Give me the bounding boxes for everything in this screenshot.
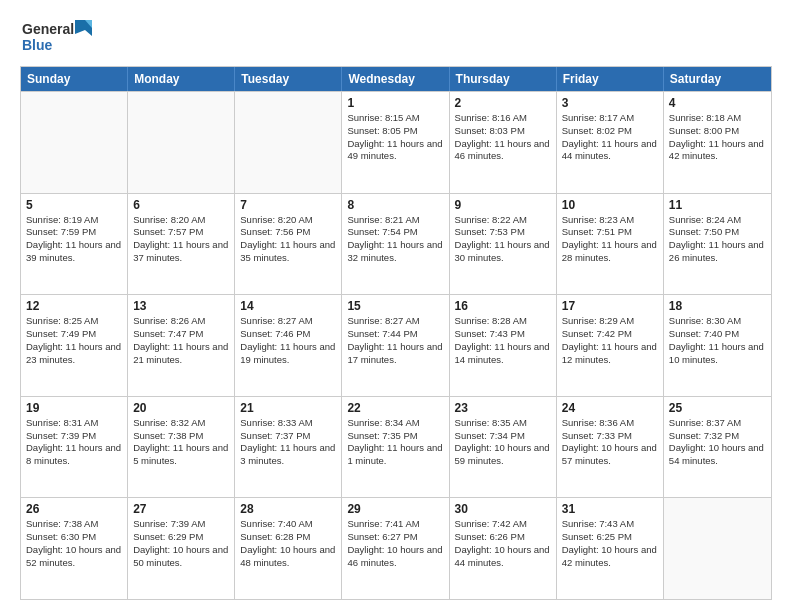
weekday-header: Saturday: [664, 67, 771, 91]
day-info: Sunrise: 8:27 AM Sunset: 7:46 PM Dayligh…: [240, 315, 336, 366]
day-info: Sunrise: 8:22 AM Sunset: 7:53 PM Dayligh…: [455, 214, 551, 265]
day-info: Sunrise: 8:27 AM Sunset: 7:44 PM Dayligh…: [347, 315, 443, 366]
calendar-day-cell: 21Sunrise: 8:33 AM Sunset: 7:37 PM Dayli…: [235, 397, 342, 498]
day-number: 8: [347, 198, 443, 212]
calendar-day-cell: 22Sunrise: 8:34 AM Sunset: 7:35 PM Dayli…: [342, 397, 449, 498]
calendar: SundayMondayTuesdayWednesdayThursdayFrid…: [20, 66, 772, 600]
day-info: Sunrise: 8:24 AM Sunset: 7:50 PM Dayligh…: [669, 214, 766, 265]
logo-svg: GeneralBlue: [20, 16, 100, 56]
weekday-header: Friday: [557, 67, 664, 91]
day-number: 22: [347, 401, 443, 415]
calendar-day-cell: 13Sunrise: 8:26 AM Sunset: 7:47 PM Dayli…: [128, 295, 235, 396]
day-info: Sunrise: 8:18 AM Sunset: 8:00 PM Dayligh…: [669, 112, 766, 163]
day-number: 29: [347, 502, 443, 516]
day-info: Sunrise: 8:33 AM Sunset: 7:37 PM Dayligh…: [240, 417, 336, 468]
day-number: 10: [562, 198, 658, 212]
calendar-day-cell: 31Sunrise: 7:43 AM Sunset: 6:25 PM Dayli…: [557, 498, 664, 599]
calendar-body: 1Sunrise: 8:15 AM Sunset: 8:05 PM Daylig…: [21, 91, 771, 599]
calendar-day-cell: 9Sunrise: 8:22 AM Sunset: 7:53 PM Daylig…: [450, 194, 557, 295]
calendar-day-cell: 2Sunrise: 8:16 AM Sunset: 8:03 PM Daylig…: [450, 92, 557, 193]
empty-cell: [128, 92, 235, 193]
calendar-day-cell: 20Sunrise: 8:32 AM Sunset: 7:38 PM Dayli…: [128, 397, 235, 498]
day-number: 19: [26, 401, 122, 415]
calendar-header: SundayMondayTuesdayWednesdayThursdayFrid…: [21, 67, 771, 91]
day-info: Sunrise: 7:43 AM Sunset: 6:25 PM Dayligh…: [562, 518, 658, 569]
weekday-header: Thursday: [450, 67, 557, 91]
calendar-day-cell: 26Sunrise: 7:38 AM Sunset: 6:30 PM Dayli…: [21, 498, 128, 599]
calendar-day-cell: 16Sunrise: 8:28 AM Sunset: 7:43 PM Dayli…: [450, 295, 557, 396]
calendar-day-cell: 30Sunrise: 7:42 AM Sunset: 6:26 PM Dayli…: [450, 498, 557, 599]
day-info: Sunrise: 8:21 AM Sunset: 7:54 PM Dayligh…: [347, 214, 443, 265]
calendar-day-cell: 12Sunrise: 8:25 AM Sunset: 7:49 PM Dayli…: [21, 295, 128, 396]
day-number: 23: [455, 401, 551, 415]
calendar-day-cell: 4Sunrise: 8:18 AM Sunset: 8:00 PM Daylig…: [664, 92, 771, 193]
day-info: Sunrise: 8:26 AM Sunset: 7:47 PM Dayligh…: [133, 315, 229, 366]
weekday-header: Tuesday: [235, 67, 342, 91]
day-info: Sunrise: 7:40 AM Sunset: 6:28 PM Dayligh…: [240, 518, 336, 569]
calendar-day-cell: 3Sunrise: 8:17 AM Sunset: 8:02 PM Daylig…: [557, 92, 664, 193]
day-info: Sunrise: 7:38 AM Sunset: 6:30 PM Dayligh…: [26, 518, 122, 569]
calendar-day-cell: 8Sunrise: 8:21 AM Sunset: 7:54 PM Daylig…: [342, 194, 449, 295]
day-number: 28: [240, 502, 336, 516]
calendar-day-cell: 28Sunrise: 7:40 AM Sunset: 6:28 PM Dayli…: [235, 498, 342, 599]
day-number: 30: [455, 502, 551, 516]
day-number: 17: [562, 299, 658, 313]
calendar-day-cell: 17Sunrise: 8:29 AM Sunset: 7:42 PM Dayli…: [557, 295, 664, 396]
day-number: 24: [562, 401, 658, 415]
calendar-day-cell: 18Sunrise: 8:30 AM Sunset: 7:40 PM Dayli…: [664, 295, 771, 396]
calendar-row: 26Sunrise: 7:38 AM Sunset: 6:30 PM Dayli…: [21, 497, 771, 599]
calendar-day-cell: 6Sunrise: 8:20 AM Sunset: 7:57 PM Daylig…: [128, 194, 235, 295]
calendar-day-cell: 10Sunrise: 8:23 AM Sunset: 7:51 PM Dayli…: [557, 194, 664, 295]
day-info: Sunrise: 8:15 AM Sunset: 8:05 PM Dayligh…: [347, 112, 443, 163]
day-info: Sunrise: 8:20 AM Sunset: 7:56 PM Dayligh…: [240, 214, 336, 265]
calendar-day-cell: 19Sunrise: 8:31 AM Sunset: 7:39 PM Dayli…: [21, 397, 128, 498]
day-info: Sunrise: 8:37 AM Sunset: 7:32 PM Dayligh…: [669, 417, 766, 468]
day-number: 12: [26, 299, 122, 313]
day-number: 14: [240, 299, 336, 313]
day-info: Sunrise: 8:32 AM Sunset: 7:38 PM Dayligh…: [133, 417, 229, 468]
day-number: 21: [240, 401, 336, 415]
day-info: Sunrise: 8:31 AM Sunset: 7:39 PM Dayligh…: [26, 417, 122, 468]
day-info: Sunrise: 8:30 AM Sunset: 7:40 PM Dayligh…: [669, 315, 766, 366]
calendar-row: 1Sunrise: 8:15 AM Sunset: 8:05 PM Daylig…: [21, 91, 771, 193]
logo: GeneralBlue: [20, 16, 100, 56]
empty-cell: [21, 92, 128, 193]
day-info: Sunrise: 8:16 AM Sunset: 8:03 PM Dayligh…: [455, 112, 551, 163]
calendar-day-cell: 1Sunrise: 8:15 AM Sunset: 8:05 PM Daylig…: [342, 92, 449, 193]
calendar-day-cell: 15Sunrise: 8:27 AM Sunset: 7:44 PM Dayli…: [342, 295, 449, 396]
day-number: 3: [562, 96, 658, 110]
day-info: Sunrise: 8:19 AM Sunset: 7:59 PM Dayligh…: [26, 214, 122, 265]
empty-cell: [664, 498, 771, 599]
weekday-header: Monday: [128, 67, 235, 91]
calendar-day-cell: 7Sunrise: 8:20 AM Sunset: 7:56 PM Daylig…: [235, 194, 342, 295]
weekday-header: Sunday: [21, 67, 128, 91]
day-info: Sunrise: 8:29 AM Sunset: 7:42 PM Dayligh…: [562, 315, 658, 366]
calendar-day-cell: 25Sunrise: 8:37 AM Sunset: 7:32 PM Dayli…: [664, 397, 771, 498]
day-number: 25: [669, 401, 766, 415]
svg-text:Blue: Blue: [22, 37, 53, 53]
calendar-row: 5Sunrise: 8:19 AM Sunset: 7:59 PM Daylig…: [21, 193, 771, 295]
svg-text:General: General: [22, 21, 74, 37]
day-number: 2: [455, 96, 551, 110]
calendar-day-cell: 23Sunrise: 8:35 AM Sunset: 7:34 PM Dayli…: [450, 397, 557, 498]
calendar-day-cell: 27Sunrise: 7:39 AM Sunset: 6:29 PM Dayli…: [128, 498, 235, 599]
day-number: 20: [133, 401, 229, 415]
day-number: 11: [669, 198, 766, 212]
day-info: Sunrise: 8:25 AM Sunset: 7:49 PM Dayligh…: [26, 315, 122, 366]
day-number: 7: [240, 198, 336, 212]
day-info: Sunrise: 8:23 AM Sunset: 7:51 PM Dayligh…: [562, 214, 658, 265]
calendar-row: 12Sunrise: 8:25 AM Sunset: 7:49 PM Dayli…: [21, 294, 771, 396]
day-number: 18: [669, 299, 766, 313]
page-header: GeneralBlue: [20, 16, 772, 56]
day-info: Sunrise: 8:28 AM Sunset: 7:43 PM Dayligh…: [455, 315, 551, 366]
day-number: 13: [133, 299, 229, 313]
day-info: Sunrise: 8:34 AM Sunset: 7:35 PM Dayligh…: [347, 417, 443, 468]
calendar-day-cell: 14Sunrise: 8:27 AM Sunset: 7:46 PM Dayli…: [235, 295, 342, 396]
calendar-day-cell: 11Sunrise: 8:24 AM Sunset: 7:50 PM Dayli…: [664, 194, 771, 295]
day-number: 5: [26, 198, 122, 212]
day-info: Sunrise: 8:17 AM Sunset: 8:02 PM Dayligh…: [562, 112, 658, 163]
calendar-day-cell: 5Sunrise: 8:19 AM Sunset: 7:59 PM Daylig…: [21, 194, 128, 295]
day-number: 6: [133, 198, 229, 212]
calendar-row: 19Sunrise: 8:31 AM Sunset: 7:39 PM Dayli…: [21, 396, 771, 498]
day-info: Sunrise: 7:41 AM Sunset: 6:27 PM Dayligh…: [347, 518, 443, 569]
